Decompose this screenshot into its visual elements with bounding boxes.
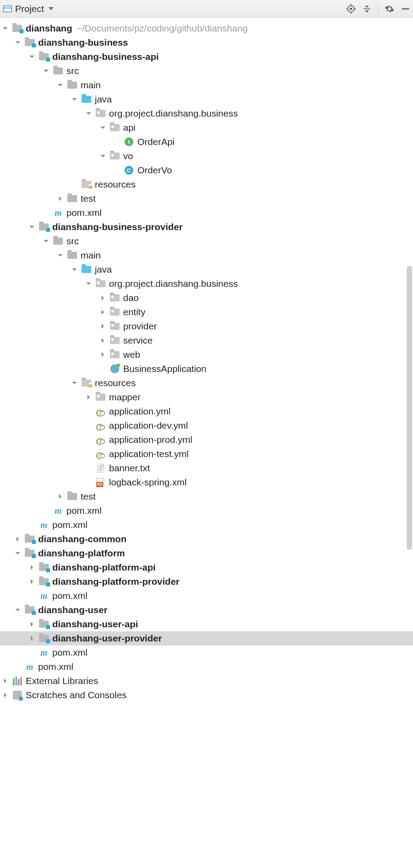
locate-icon[interactable] bbox=[346, 4, 356, 14]
tree-node[interactable]: logback-spring.xml bbox=[0, 475, 413, 489]
tree-node[interactable]: BusinessApplication bbox=[0, 362, 413, 376]
chevron-down-icon[interactable] bbox=[42, 66, 51, 75]
chevron-down-icon[interactable] bbox=[98, 123, 107, 132]
tree-node-label: vo bbox=[123, 151, 133, 161]
chevron-down-icon[interactable] bbox=[13, 38, 22, 47]
tree-node[interactable]: entity bbox=[0, 305, 413, 319]
chevron-down-icon[interactable] bbox=[84, 109, 93, 118]
chevron-down-icon[interactable] bbox=[1, 24, 10, 33]
tree-node-label: application-test.yml bbox=[109, 449, 189, 459]
tree-node[interactable]: src bbox=[0, 234, 413, 248]
tree-node[interactable]: application-dev.yml bbox=[0, 418, 413, 433]
tree-node[interactable]: application-prod.yml bbox=[0, 433, 413, 447]
tree-node[interactable]: org.project.dianshang.business bbox=[0, 106, 413, 121]
tree-node[interactable]: IOrderApi bbox=[0, 135, 413, 149]
settings-icon[interactable] bbox=[385, 4, 394, 14]
tree-node[interactable]: dianshang-business-provider bbox=[0, 220, 413, 234]
tree-node[interactable]: application-test.yml bbox=[0, 447, 413, 461]
chevron-down-icon[interactable] bbox=[42, 237, 51, 246]
tree-node[interactable]: dianshang-platform-provider bbox=[0, 575, 413, 589]
tree-node[interactable]: mpom.xml bbox=[0, 660, 413, 674]
tree-node-label: dianshang-business bbox=[38, 37, 128, 48]
chevron-down-icon[interactable] bbox=[56, 81, 65, 90]
tree-node[interactable]: dianshang~/Documents/pz/coding/github/di… bbox=[0, 21, 413, 35]
chevron-right-icon[interactable] bbox=[1, 691, 10, 700]
tree-node[interactable]: provider bbox=[0, 319, 413, 333]
tree-node[interactable]: resources bbox=[0, 177, 413, 192]
tree-node[interactable]: mpom.xml bbox=[0, 518, 413, 532]
tree-node[interactable]: service bbox=[0, 333, 413, 348]
tree-node[interactable]: resources bbox=[0, 376, 413, 390]
chevron-down-icon[interactable] bbox=[56, 251, 65, 260]
tree-node[interactable]: java bbox=[0, 92, 413, 106]
tree-node[interactable]: test bbox=[0, 489, 413, 504]
chevron-right-icon[interactable] bbox=[27, 620, 36, 629]
tree-node[interactable]: dianshang-common bbox=[0, 532, 413, 546]
chevron-right-icon[interactable] bbox=[98, 350, 107, 359]
tree-node[interactable]: dao bbox=[0, 291, 413, 305]
chevron-down-icon[interactable] bbox=[84, 279, 93, 288]
tree-node[interactable]: dianshang-user-provider bbox=[0, 631, 413, 645]
res-icon bbox=[81, 378, 92, 388]
chevron-down-icon[interactable] bbox=[70, 95, 79, 104]
tree-node-label: pom.xml bbox=[52, 647, 87, 658]
chevron-down-icon[interactable] bbox=[98, 152, 107, 160]
tree-node[interactable]: web bbox=[0, 348, 413, 362]
chevron-right-icon[interactable] bbox=[1, 676, 10, 685]
chevron-right-icon[interactable] bbox=[56, 194, 65, 203]
tree-node[interactable]: vo bbox=[0, 149, 413, 163]
tree-node[interactable]: application.yml bbox=[0, 404, 413, 418]
tree-node[interactable]: mpom.xml bbox=[0, 504, 413, 518]
tree-node[interactable]: dianshang-platform-api bbox=[0, 560, 413, 575]
tree-node[interactable]: mpom.xml bbox=[0, 645, 413, 660]
chevron-right-icon[interactable] bbox=[27, 563, 36, 572]
collapse-icon[interactable] bbox=[362, 4, 372, 14]
project-tree[interactable]: dianshang~/Documents/pz/coding/github/di… bbox=[0, 18, 413, 702]
chevron-right-icon[interactable] bbox=[84, 393, 93, 402]
tree-node-label: mapper bbox=[109, 392, 140, 403]
chevron-down-icon[interactable] bbox=[70, 265, 79, 274]
tree-node[interactable]: org.project.dianshang.business bbox=[0, 277, 413, 291]
chevron-right-icon[interactable] bbox=[27, 634, 36, 643]
chevron-down-icon[interactable] bbox=[27, 52, 36, 61]
tree-node[interactable]: java bbox=[0, 262, 413, 277]
tree-node[interactable]: mapper bbox=[0, 390, 413, 404]
chevron-right-icon[interactable] bbox=[13, 535, 22, 543]
tree-node[interactable]: banner.txt bbox=[0, 461, 413, 475]
tree-node[interactable]: dianshang-user-api bbox=[0, 617, 413, 631]
dropdown-icon[interactable] bbox=[48, 7, 54, 10]
tree-node[interactable]: COrderVo bbox=[0, 163, 413, 177]
hide-icon[interactable] bbox=[401, 4, 410, 14]
tree-node[interactable]: Scratches and Consoles bbox=[0, 688, 413, 702]
tree-node[interactable]: dianshang-platform bbox=[0, 546, 413, 560]
chevron-down-icon[interactable] bbox=[13, 606, 22, 614]
chevron-right-icon[interactable] bbox=[98, 308, 107, 317]
chevron-right-icon[interactable] bbox=[56, 492, 65, 501]
lib-icon bbox=[12, 676, 23, 686]
tree-node[interactable]: api bbox=[0, 121, 413, 135]
tree-node[interactable]: src bbox=[0, 64, 413, 78]
scrollbar[interactable] bbox=[407, 266, 412, 550]
tree-node[interactable]: External Libraries bbox=[0, 674, 413, 688]
chevron-right-icon[interactable] bbox=[98, 336, 107, 345]
tree-node[interactable]: dianshang-user bbox=[0, 603, 413, 617]
tree-node-label: org.project.dianshang.business bbox=[109, 108, 238, 119]
module-icon bbox=[38, 222, 50, 232]
tree-node[interactable]: mpom.xml bbox=[0, 206, 413, 220]
yml-icon bbox=[95, 421, 106, 430]
tree-node[interactable]: dianshang-business bbox=[0, 35, 413, 50]
chevron-down-icon[interactable] bbox=[70, 379, 79, 387]
view-selector[interactable]: Project bbox=[15, 4, 44, 14]
tree-node[interactable]: test bbox=[0, 192, 413, 206]
tree-node[interactable]: mpom.xml bbox=[0, 589, 413, 603]
project-tree-panel: dianshang~/Documents/pz/coding/github/di… bbox=[0, 18, 413, 868]
tree-node[interactable]: main bbox=[0, 78, 413, 92]
chevron-right-icon[interactable] bbox=[98, 322, 107, 331]
tree-node[interactable]: dianshang-business-api bbox=[0, 50, 413, 64]
chevron-right-icon[interactable] bbox=[98, 293, 107, 302]
chevron-down-icon[interactable] bbox=[27, 223, 36, 231]
chevron-right-icon[interactable] bbox=[27, 577, 36, 586]
chevron-down-icon[interactable] bbox=[13, 549, 22, 558]
res-icon bbox=[81, 180, 92, 189]
tree-node[interactable]: main bbox=[0, 248, 413, 262]
